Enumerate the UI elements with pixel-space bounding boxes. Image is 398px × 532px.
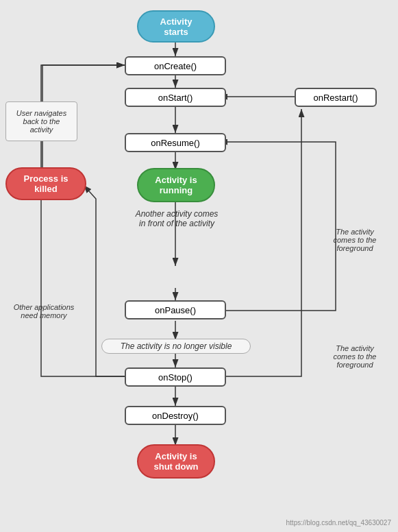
- on-resume-node: onResume(): [125, 133, 226, 152]
- comes-to-foreground-1-label: The activity comes to the foreground: [317, 219, 393, 252]
- on-start-node: onStart(): [125, 88, 226, 107]
- user-navigates-label: User navigates back to the activity: [5, 101, 77, 141]
- on-stop-node: onStop(): [125, 367, 226, 387]
- on-pause-node: onPause(): [125, 300, 226, 319]
- on-destroy-node: onDestroy(): [125, 406, 226, 425]
- process-killed-node: Process is killed: [5, 167, 86, 200]
- activity-starts-node: Activity starts: [137, 10, 215, 43]
- on-create-node: onCreate(): [125, 56, 226, 75]
- another-activity-label: Another activity comes in front of the a…: [122, 209, 232, 228]
- on-restart-node: onRestart(): [295, 88, 377, 107]
- activity-lifecycle-diagram: Activity starts onCreate() onStart() onR…: [0, 0, 398, 532]
- activity-running-node: Activity is running: [137, 168, 215, 202]
- other-applications-label: Other applications need memory: [3, 295, 84, 319]
- watermark: https://blog.csdn.net/qq_43630027: [286, 519, 391, 527]
- no-longer-visible-label: The activity is no longer visible: [101, 339, 251, 354]
- comes-to-foreground-2-label: The activity comes to the foreground: [317, 336, 393, 369]
- activity-shutdown-node: Activity is shut down: [137, 444, 215, 479]
